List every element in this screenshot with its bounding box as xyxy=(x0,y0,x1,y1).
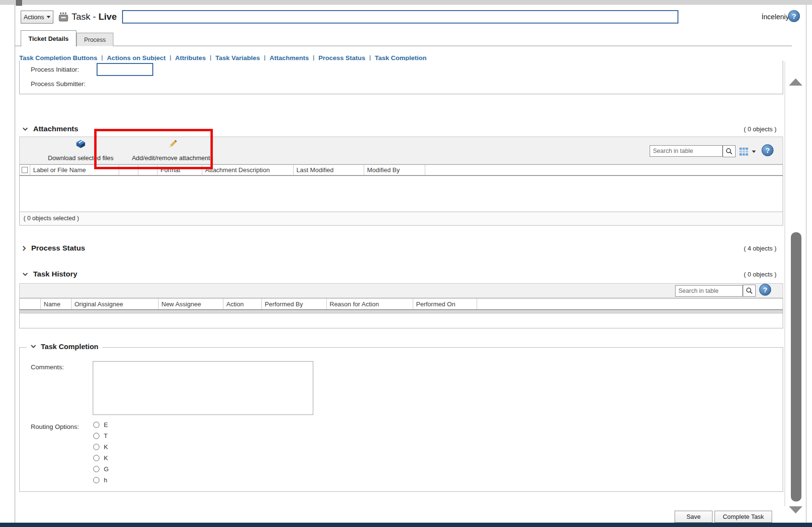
header-cell-spacer xyxy=(477,299,783,309)
routing-option-row: E xyxy=(93,421,109,428)
routing-radio-1[interactable] xyxy=(93,422,99,428)
routing-option-label: K xyxy=(104,443,108,451)
attachments-table-body xyxy=(20,176,783,212)
routing-radio-2[interactable] xyxy=(93,433,99,439)
routing-option-label: G xyxy=(104,465,109,473)
routing-option-row: h xyxy=(93,477,109,483)
chevron-right-icon xyxy=(22,245,26,251)
process-status-count: ( 4 objects ) xyxy=(744,245,776,252)
attachments-search-input[interactable] xyxy=(650,145,723,157)
task-completion-fieldset: Task Completion Comments: Routing Option… xyxy=(19,347,783,492)
search-icon xyxy=(746,287,753,294)
routing-option-label: E xyxy=(104,421,108,428)
table-options-caret-icon[interactable] xyxy=(752,151,756,153)
header-cell-last-modified[interactable]: Last Modified xyxy=(294,165,364,175)
table-display-options-button[interactable] xyxy=(739,147,749,156)
tab-ticket-details[interactable]: Ticket Details xyxy=(21,30,76,47)
select-all-checkbox[interactable] xyxy=(22,167,28,173)
process-initiator-input[interactable] xyxy=(97,63,153,76)
task-icon xyxy=(58,12,69,22)
actions-caret-icon xyxy=(47,16,50,18)
attachments-section-toggle[interactable]: Attachments xyxy=(22,124,78,134)
scrollbar-thumb[interactable] xyxy=(791,232,801,502)
routing-option-label: K xyxy=(104,454,108,462)
tabs-underline xyxy=(15,46,792,46)
task-history-table-header: Name Original Assignee New Assignee Acti… xyxy=(20,299,783,310)
table-columns-icon xyxy=(739,147,749,156)
task-history-count: ( 0 objects ) xyxy=(744,271,776,278)
window-top-mark xyxy=(16,0,22,6)
task-title-input[interactable] xyxy=(122,10,678,24)
save-button[interactable]: Save xyxy=(675,511,713,523)
download-selected-files-label: Download selected files xyxy=(48,154,114,162)
routing-radio-5[interactable] xyxy=(93,466,99,472)
scrollbar-up-arrow[interactable] xyxy=(789,78,802,86)
process-status-section-toggle[interactable]: Process Status xyxy=(22,243,85,253)
comments-textarea[interactable] xyxy=(93,361,313,415)
chevron-down-icon xyxy=(22,272,28,276)
routing-radio-6[interactable] xyxy=(93,477,99,483)
header-cell-reason-for-action[interactable]: Reason for Action xyxy=(327,299,413,309)
header-cell-action[interactable]: Action xyxy=(223,299,262,309)
header-cell-original-assignee[interactable]: Original Assignee xyxy=(72,299,159,309)
task-history-toolbar xyxy=(19,283,783,298)
task-history-divider-row xyxy=(20,310,783,314)
task-completion-section-toggle[interactable]: Task Completion xyxy=(26,342,102,351)
routing-option-row: G xyxy=(93,465,109,472)
header-cell-performed-on[interactable]: Performed On xyxy=(413,299,477,309)
chevron-down-icon xyxy=(22,127,28,131)
routing-radio-3[interactable] xyxy=(93,444,99,450)
header-cell-spacer xyxy=(425,165,783,175)
task-completion-section-title: Task Completion xyxy=(41,342,98,351)
process-initiator-label: Process Initiator: xyxy=(31,66,79,73)
page-title-emphasis: Live xyxy=(98,12,117,22)
header-cell-format[interactable]: Format xyxy=(158,165,202,175)
header-cell-select xyxy=(20,165,30,175)
window-bottom-bar xyxy=(0,523,812,527)
attachments-search-button[interactable] xyxy=(723,145,736,157)
actions-button[interactable]: Actions xyxy=(21,11,53,24)
download-icon xyxy=(76,139,86,149)
page-title: Task - Live xyxy=(72,12,117,22)
header-cell-label-or-file-name[interactable]: Label or File Name xyxy=(30,165,119,175)
content-panel-border xyxy=(785,62,785,506)
task-history-section-toggle[interactable]: Task History xyxy=(22,269,77,279)
routing-option-row: K xyxy=(93,443,109,450)
task-history-search-button[interactable] xyxy=(743,285,756,297)
routing-option-label: T xyxy=(104,432,108,439)
download-selected-files-button[interactable]: Download selected files xyxy=(42,139,119,162)
pencil-icon xyxy=(168,139,178,149)
process-status-section-title: Process Status xyxy=(31,244,85,252)
add-edit-remove-attachments-label: Add/edit/remove attachments xyxy=(132,154,213,162)
complete-task-button[interactable]: Complete Task xyxy=(714,511,772,523)
task-window: Actions Task - Live İnceleniyor ? Ticket… xyxy=(0,0,812,527)
header-cell-attachment-description[interactable]: Attachment Description xyxy=(202,165,294,175)
task-history-help-icon[interactable]: ? xyxy=(759,284,771,296)
window-top-strip xyxy=(0,0,812,5)
add-edit-remove-attachments-button[interactable]: Add/edit/remove attachments xyxy=(124,139,221,162)
header-cell-name[interactable]: Name xyxy=(41,299,72,309)
task-history-search-input[interactable] xyxy=(675,285,743,297)
header-cell-performed-by[interactable]: Performed By xyxy=(262,299,327,309)
task-history-table-body xyxy=(20,314,783,327)
task-history-section-title: Task History xyxy=(33,270,77,278)
scrollbar-down-arrow[interactable] xyxy=(789,506,802,514)
help-icon[interactable]: ? xyxy=(788,10,800,22)
routing-options-label: Routing Options: xyxy=(31,423,79,430)
routing-option-label: h xyxy=(104,477,107,484)
process-submitter-label: Process Submitter: xyxy=(31,80,86,88)
comments-label: Comments: xyxy=(31,364,64,371)
attachments-table-header: Label or File Name Format Attachment Des… xyxy=(20,165,783,176)
window-right-edge xyxy=(806,5,807,523)
search-icon xyxy=(726,148,733,155)
attachments-help-icon[interactable]: ? xyxy=(762,144,774,156)
routing-radio-4[interactable] xyxy=(93,455,99,461)
routing-option-row: K xyxy=(93,454,109,461)
header-cell-new-assignee[interactable]: New Assignee xyxy=(159,299,223,309)
tab-process[interactable]: Process xyxy=(76,33,113,46)
header-cell-empty-1 xyxy=(119,165,138,175)
header-cell-empty-2 xyxy=(138,165,158,175)
attributes-panel: Process Initiator: Process Submitter: xyxy=(19,61,783,94)
task-history-table: Name Original Assignee New Assignee Acti… xyxy=(19,298,783,328)
header-cell-modified-by[interactable]: Modified By xyxy=(364,165,425,175)
